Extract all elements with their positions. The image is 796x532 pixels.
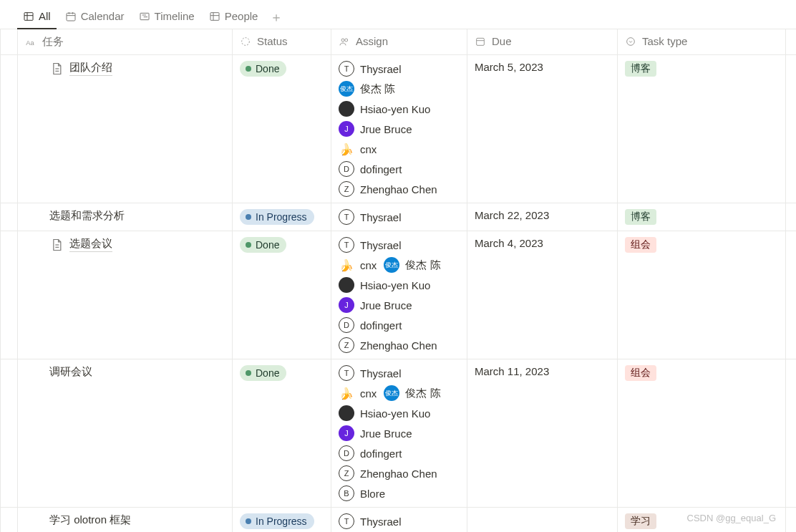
assignee[interactable]: TThysrael [339,513,460,529]
cell-task[interactable]: 选题和需求分析 [18,203,233,231]
assignee-row: 🍌cnx俊杰俊杰 陈 [339,385,460,401]
assignee[interactable]: 🍌cnx [339,141,460,157]
assignee[interactable]: JJrue Bruce [339,297,460,313]
assignee-list: TThysrael [339,513,460,529]
people-icon [339,36,350,47]
cell-type[interactable]: 博客 [618,203,786,231]
assignee[interactable]: 🍌cnx [339,385,377,401]
column-due[interactable]: Due [467,29,618,55]
assignee[interactable]: Ddofingert [339,317,460,333]
column-status[interactable]: Status [233,29,331,55]
cell-task[interactable]: 选题会议 [18,231,233,359]
cell-assign[interactable]: TThysrael🍌cnx俊杰俊杰 陈Hsiao-yen KuoJJrue Br… [331,359,467,508]
avatar: D [339,317,354,333]
assignee[interactable]: TThysrael [339,209,460,225]
assignee[interactable]: 俊杰俊杰 陈 [384,257,440,273]
row-handle [1,359,18,508]
column-assign[interactable]: Assign [331,29,467,55]
table-row[interactable]: 团队介绍 Done TThysrael俊杰俊杰 陈Hsiao-yen KuoJJ… [1,55,797,203]
assignee[interactable]: Ddofingert [339,445,460,461]
assignee[interactable]: ZZhenghao Chen [339,465,460,481]
avatar: 俊杰 [384,257,399,273]
cell-task[interactable]: 团队介绍 [18,55,233,203]
assignee[interactable]: ZZhenghao Chen [339,181,460,197]
assignee[interactable]: TThysrael [339,237,460,253]
row-handle [1,203,18,231]
cell-due[interactable] [467,508,618,533]
assignee[interactable]: Hsiao-yen Kuo [339,101,460,117]
page-icon [49,238,64,252]
assignee-list: TThysrael [339,209,460,225]
cell-due[interactable]: March 4, 2023 [467,231,618,359]
view-tab-calendar[interactable]: Calendar [59,6,130,29]
column-task[interactable]: Aa 任务 [18,29,233,55]
cell-assign[interactable]: TThysrael [331,203,467,231]
status-pill: Done [240,237,286,253]
svg-rect-0 [24,12,33,20]
cell-type[interactable]: 博客 [618,55,786,203]
timeline-icon [139,11,150,22]
task-title: 选题和需求分析 [49,209,125,223]
assignee-name: Thysrael [360,239,402,251]
avatar: J [339,297,354,313]
assignee[interactable]: 俊杰俊杰 陈 [339,81,460,97]
view-tab-label: Calendar [81,10,125,22]
cell-status[interactable]: Done [233,359,331,508]
assignee[interactable]: TThysrael [339,61,460,77]
assignee[interactable]: 🍌cnx [339,257,377,273]
cell-status[interactable]: In Progress [233,203,331,231]
task-type-tag: 博客 [625,61,656,77]
svg-point-19 [627,37,635,45]
view-tab-all[interactable]: All [17,6,57,29]
cell-due[interactable]: March 5, 2023 [467,55,618,203]
task-title: 团队介绍 [69,61,112,76]
cell-assign[interactable]: TThysrael [331,508,467,533]
status-label: Done [256,367,279,379]
assignee[interactable]: Ddofingert [339,161,460,177]
cell-more [786,203,797,231]
column-type[interactable]: Task type [618,29,786,55]
cell-task[interactable]: 调研会议 [18,359,233,508]
assignee[interactable]: JJrue Bruce [339,425,460,441]
avatar: D [339,161,354,177]
task-title: 学习 olotron 框架 [49,513,131,528]
assignee[interactable]: ZZhenghao Chen [339,337,460,353]
view-tab-people[interactable]: People [203,6,264,29]
svg-rect-17 [477,38,485,45]
cell-due[interactable]: March 11, 2023 [467,359,618,508]
cell-due[interactable]: March 22, 2023 [467,203,618,231]
svg-rect-7 [140,13,149,19]
status-dot-icon [246,214,251,220]
cell-assign[interactable]: TThysrael🍌cnx俊杰俊杰 陈Hsiao-yen KuoJJrue Br… [331,231,467,359]
assignee[interactable]: BBlore [339,485,460,501]
view-tab-timeline[interactable]: Timeline [133,6,200,29]
assignee[interactable]: JJrue Bruce [339,121,460,137]
assignee[interactable]: Hsiao-yen Kuo [339,405,460,421]
cell-status[interactable]: Done [233,55,331,203]
assignee-list: TThysrael🍌cnx俊杰俊杰 陈Hsiao-yen KuoJJrue Br… [339,237,460,353]
column-more[interactable] [786,29,797,55]
table-row[interactable]: 调研会议 Done TThysrael🍌cnx俊杰俊杰 陈Hsiao-yen K… [1,359,797,508]
status-label: Done [256,63,279,74]
assignee[interactable]: Hsiao-yen Kuo [339,277,460,293]
cell-status[interactable]: Done [233,231,331,359]
assignee-name: dofingert [360,163,402,175]
assignee-name: Thysrael [360,211,402,223]
table-row[interactable]: 选题和需求分析 In Progress TThysraelMarch 22, 2… [1,203,797,231]
table-row[interactable]: 选题会议 Done TThysrael🍌cnx俊杰俊杰 陈Hsiao-yen K… [1,231,797,359]
avatar: B [339,485,354,501]
assignee[interactable]: TThysrael [339,365,460,381]
cell-task[interactable]: 学习 olotron 框架 [18,508,233,533]
assignee[interactable]: 俊杰俊杰 陈 [384,385,440,401]
row-handle [1,231,18,359]
avatar: J [339,425,354,441]
cell-assign[interactable]: TThysrael俊杰俊杰 陈Hsiao-yen KuoJJrue Bruce🍌… [331,55,467,203]
avatar: Z [339,465,354,481]
cell-type[interactable]: 组会 [618,359,786,508]
avatar: Z [339,337,354,353]
cell-type[interactable]: 组会 [618,231,786,359]
cell-type[interactable]: 学习 [618,508,786,533]
add-view-button[interactable]: ＋ [266,7,286,27]
table-row[interactable]: 学习 olotron 框架 In Progress TThysrael 学习 [1,508,797,533]
cell-status[interactable]: In Progress [233,508,331,533]
